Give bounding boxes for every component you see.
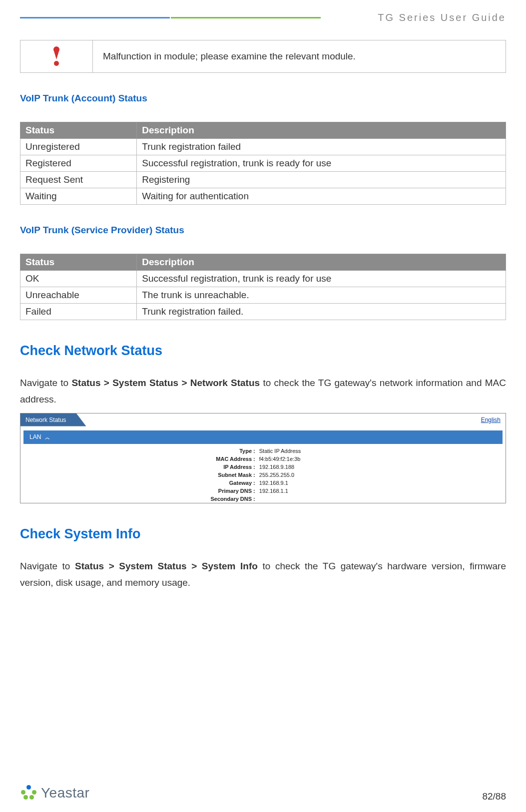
network-para: Navigate to Status > System Status > Net… — [20, 375, 506, 408]
page-footer: Yeastar 82/88 — [20, 784, 506, 802]
table-row: Request Sent Registering — [20, 172, 506, 188]
svg-point-1 — [54, 61, 59, 66]
status-cell: Registered — [20, 155, 137, 172]
status-cell: Unreachable — [20, 287, 137, 304]
page-header: TG Series User Guide — [20, 12, 506, 23]
status-cell: Unregistered — [20, 139, 137, 155]
field-row: MAC Address : f4:b5:49:f2:1e:3b — [20, 455, 506, 463]
status-cell: Failed — [20, 304, 137, 320]
lan-label: LAN — [29, 433, 41, 440]
header-rule-green — [171, 17, 321, 18]
field-label: IP Address : — [20, 464, 258, 470]
voip-provider-table: Status Description OK Successful registr… — [20, 254, 506, 320]
desc-cell: Registering — [137, 172, 506, 188]
table-header-row: Status Description — [20, 122, 506, 139]
exclamation-icon — [51, 46, 62, 66]
table-row: Unregistered Trunk registration failed — [20, 139, 506, 155]
field-label: Primary DNS : — [20, 488, 258, 494]
para-text: Navigate to — [20, 561, 75, 571]
field-row: Primary DNS : 192.168.1.1 — [20, 487, 506, 495]
h2-network-status: Check Network Status — [20, 343, 506, 359]
field-row: Subnet Mask : 255.255.255.0 — [20, 471, 506, 479]
malfunction-box: Malfunction in module; please examine th… — [20, 40, 506, 73]
lan-section-header[interactable]: LAN ︽ — [23, 430, 503, 444]
table-header-row: Status Description — [20, 254, 506, 271]
voip-account-table: Status Description Unregistered Trunk re… — [20, 122, 506, 205]
breadcrumb-bold: Status > System Status > System Info — [75, 561, 258, 571]
field-row: Gateway : 192.168.9.1 — [20, 479, 506, 487]
logo-mark-icon — [20, 784, 38, 802]
table-row: Registered Successful registration, trun… — [20, 155, 506, 172]
h2-system-info: Check System Info — [20, 526, 506, 542]
field-label: Subnet Mask : — [20, 472, 258, 478]
field-value: 192.168.9.188 — [258, 464, 506, 470]
header-rule-blue — [20, 17, 170, 18]
field-value: 192.168.9.1 — [258, 480, 506, 486]
field-label: Gateway : — [20, 480, 258, 486]
table-row: OK Successful registration, trunk is rea… — [20, 271, 506, 287]
language-link[interactable]: English — [481, 416, 501, 423]
field-row: IP Address : 192.168.9.188 — [20, 463, 506, 471]
field-label: Secondary DNS : — [20, 496, 258, 502]
para-text: Navigate to — [20, 378, 71, 388]
field-value: f4:b5:49:f2:1e:3b — [258, 456, 506, 462]
th-status: Status — [20, 122, 137, 139]
page-number: 82/88 — [482, 791, 506, 802]
network-status-tab[interactable]: Network Status — [20, 413, 86, 426]
table-row: Failed Trunk registration failed. — [20, 304, 506, 320]
lan-fields: Type : Static IP Address MAC Address : f… — [20, 447, 506, 503]
chevron-up-icon: ︽ — [45, 434, 50, 440]
network-status-topbar: Network Status English — [20, 413, 506, 427]
logo-text: Yeastar — [41, 785, 89, 801]
desc-cell: The trunk is unreachable. — [137, 287, 506, 304]
subhead-voip-provider: VoIP Trunk (Service Provider) Status — [20, 225, 506, 236]
field-value: 255.255.255.0 — [258, 472, 506, 478]
field-row: Type : Static IP Address — [20, 447, 506, 455]
network-status-panel: Network Status English LAN ︽ Type : Stat… — [20, 413, 506, 503]
desc-cell: Waiting for authentication — [137, 188, 506, 205]
desc-cell: Successful registration, trunk is ready … — [137, 271, 506, 287]
field-value: 192.168.1.1 — [258, 488, 506, 494]
yeastar-logo: Yeastar — [20, 784, 89, 802]
page-content: Malfunction in module; please examine th… — [20, 30, 506, 767]
status-cell: Request Sent — [20, 172, 137, 188]
status-cell: OK — [20, 271, 137, 287]
header-title: TG Series User Guide — [368, 12, 506, 23]
field-label: MAC Address : — [20, 456, 258, 462]
malfunction-icon-cell — [20, 40, 93, 72]
status-cell: Waiting — [20, 188, 137, 205]
malfunction-text: Malfunction in module; please examine th… — [93, 51, 506, 62]
field-value — [258, 496, 506, 502]
table-row: Unreachable The trunk is unreachable. — [20, 287, 506, 304]
desc-cell: Trunk registration failed — [137, 139, 506, 155]
th-description: Description — [137, 122, 506, 139]
field-value: Static IP Address — [258, 448, 506, 454]
th-status: Status — [20, 254, 137, 271]
sysinfo-para: Navigate to Status > System Status > Sys… — [20, 558, 506, 591]
subhead-voip-account: VoIP Trunk (Account) Status — [20, 93, 506, 104]
desc-cell: Successful registration, trunk is ready … — [137, 155, 506, 172]
desc-cell: Trunk registration failed. — [137, 304, 506, 320]
field-row: Secondary DNS : — [20, 495, 506, 503]
field-label: Type : — [20, 448, 258, 454]
breadcrumb-bold: Status > System Status > Network Status — [71, 378, 260, 388]
table-row: Waiting Waiting for authentication — [20, 188, 506, 205]
th-description: Description — [137, 254, 506, 271]
